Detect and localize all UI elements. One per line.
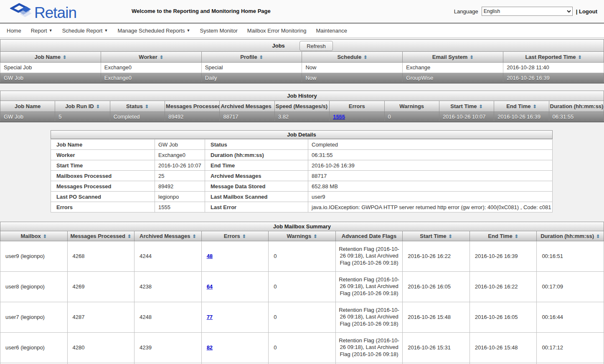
nav-schedule-report[interactable]: Schedule Report▼ xyxy=(62,28,108,34)
details-row: Worker Exchange0 Duration (hh:mm:ss) 06:… xyxy=(51,150,553,160)
details-row: Last PO Scanned legionpo Last Mailbox Sc… xyxy=(51,192,553,202)
cell-job-name: GW Job xyxy=(0,111,55,122)
cell-schedule: Now xyxy=(302,62,403,73)
summary-col-warnings[interactable]: Warnings⇕ xyxy=(269,231,336,241)
cell-errors: 1555 xyxy=(330,111,384,122)
detail-label: Job Name xyxy=(51,139,155,150)
cell-worker: Exchange0 xyxy=(101,62,201,73)
retain-logo[interactable]: Retain xyxy=(10,3,76,23)
details-row: Mailboxes Processed 25 Archived Messages… xyxy=(51,171,553,181)
errors-count-link[interactable]: 77 xyxy=(207,314,213,320)
errors-count-link[interactable]: 1555 xyxy=(333,114,345,120)
summary-col-mailbox[interactable]: Mailbox⇕ xyxy=(0,231,68,241)
cell-messages: 89492 xyxy=(165,111,220,122)
history-col-start-time[interactable]: Start Time⇕ xyxy=(439,101,494,111)
cell-archived: 4248 xyxy=(135,302,202,332)
jobs-col-email-system[interactable]: Email System⇕ xyxy=(403,52,503,62)
cell-end-time: 2016-10-26 16:22 xyxy=(469,271,537,302)
sort-icon: ⇕ xyxy=(596,234,600,239)
errors-count-link[interactable]: 82 xyxy=(207,344,213,351)
jobs-col-worker[interactable]: Worker⇕ xyxy=(101,52,201,62)
cell-warnings: 0 xyxy=(384,111,439,122)
jobs-panel: Jobs Refresh Job Name⇕ Worker⇕ Profile⇕ … xyxy=(0,39,604,83)
cell-advanced-date-flags: Retention Flag (2016-10-26 09:18), Last … xyxy=(335,332,403,363)
history-col-speed[interactable]: Speed (Messages/s)⇕ xyxy=(274,101,329,111)
cell-mailbox: user8 (legionpo) xyxy=(0,271,68,302)
cell-mailbox: user7 (legionpo) xyxy=(0,302,68,332)
nav-system-monitor[interactable]: System Monitor xyxy=(200,28,238,34)
detail-label: Worker xyxy=(51,150,155,160)
history-row-gw-job[interactable]: GW Job 5 Completed 89492 88717 3.82 1555… xyxy=(0,111,604,122)
summary-row-user8: user8 (legionpo) 4269 4238 64 0 Retentio… xyxy=(0,271,604,302)
nav-report[interactable]: Report▼ xyxy=(31,28,53,34)
cell-mailbox: user6 (legionpo) xyxy=(0,332,68,363)
jobs-col-schedule[interactable]: Schedule⇕ xyxy=(302,52,403,62)
summary-col-messages-processed[interactable]: Messages Processed⇕ xyxy=(67,231,135,241)
language-select[interactable]: English xyxy=(482,7,573,16)
sort-icon: ⇕ xyxy=(479,104,483,109)
job-history-table: Job Name Job Run ID⇕ Status⇕ Messages Pr… xyxy=(0,101,604,122)
summary-col-start-time[interactable]: Start Time⇕ xyxy=(403,231,470,241)
refresh-button[interactable]: Refresh xyxy=(299,41,333,51)
nav-home[interactable]: Home xyxy=(7,28,21,34)
nav-manage-scheduled-reports[interactable]: Manage Scheduled Reports▼ xyxy=(117,28,190,34)
chevron-down-icon: ▼ xyxy=(49,28,53,33)
detail-label: Message Data Stored xyxy=(205,181,308,192)
history-col-archived-messages[interactable]: Archived Messages⇕ xyxy=(220,101,274,111)
summary-row-user9: user9 (legionpo) 4268 4244 48 0 Retentio… xyxy=(0,241,604,271)
detail-value: 06:31:55 xyxy=(308,150,553,160)
history-col-status[interactable]: Status⇕ xyxy=(110,101,165,111)
nav-maintenance[interactable]: Maintenance xyxy=(316,28,347,34)
top-header: Retain Welcome to the Reporting and Moni… xyxy=(0,0,604,24)
sort-icon: ⇕ xyxy=(515,234,518,239)
summary-col-duration[interactable]: Duration (hh:mm:ss)⇕ xyxy=(537,231,604,241)
jobs-col-profile[interactable]: Profile⇕ xyxy=(201,52,302,62)
jobs-col-last-reported-time[interactable]: Last Reported Time⇕ xyxy=(503,52,604,62)
sort-icon: ⇕ xyxy=(578,55,582,60)
cell-messages: 4268 xyxy=(67,241,135,271)
job-row-gw-job[interactable]: GW Job Exchange0 Daily Now GroupWise 201… xyxy=(0,73,604,83)
details-row: Messages Processed 89492 Message Data St… xyxy=(51,181,553,192)
detail-value: 25 xyxy=(155,171,205,181)
sort-icon: ⇕ xyxy=(145,104,149,109)
summary-col-end-time[interactable]: End Time⇕ xyxy=(469,231,537,241)
summary-col-errors[interactable]: Errors⇕ xyxy=(201,231,269,241)
history-col-job-name: Job Name xyxy=(0,101,55,111)
language-label: Language xyxy=(454,8,478,15)
detail-label: Mailboxes Processed xyxy=(51,171,155,181)
job-row-special-job[interactable]: Special Job Exchange0 Special Now Exchan… xyxy=(0,62,604,73)
detail-label: Start Time xyxy=(51,160,155,171)
errors-count-link[interactable]: 48 xyxy=(207,253,213,259)
cell-duration: 00:16:44 xyxy=(537,302,604,332)
cell-status: Completed xyxy=(110,111,165,122)
cell-start-time: 2016-10-26 16:05 xyxy=(403,271,470,302)
summary-col-archived-messages[interactable]: Archived Messages⇕ xyxy=(135,231,202,241)
language-area: Language English | Logout xyxy=(454,7,597,16)
sort-icon: ⇕ xyxy=(533,104,536,109)
errors-count-link[interactable]: 64 xyxy=(207,283,213,290)
cell-duration: 06:31:55 xyxy=(549,111,604,122)
history-col-end-time[interactable]: End Time⇕ xyxy=(494,101,549,111)
cell-messages: 4287 xyxy=(67,302,135,332)
logout-link[interactable]: | Logout xyxy=(576,8,597,15)
cell-warnings: 0 xyxy=(269,332,336,363)
history-col-duration[interactable]: Duration (hh:mm:ss)⇕ xyxy=(549,101,604,111)
cell-errors: 82 xyxy=(201,332,269,363)
job-details-panel: Job Details Job Name GW Job Status Compl… xyxy=(51,130,553,212)
cell-schedule: Now xyxy=(302,73,403,83)
nav-mailbox-error-monitoring[interactable]: Mailbox Error Monitoring xyxy=(247,28,307,34)
detail-value: Exchange0 xyxy=(155,150,205,160)
jobs-col-job-name[interactable]: Job Name⇕ xyxy=(0,52,101,62)
welcome-message: Welcome to the Reporting and Monitoring … xyxy=(132,8,271,14)
cell-errors: 77 xyxy=(201,302,269,332)
job-details-title: Job Details xyxy=(287,131,316,138)
history-col-job-run-id[interactable]: Job Run ID⇕ xyxy=(55,101,110,111)
sort-icon: ⇕ xyxy=(96,104,100,109)
history-col-messages-processed[interactable]: Messages Processed⇕ xyxy=(165,101,220,111)
cell-advanced-date-flags: Retention Flag (2016-10-26 09:18), Last … xyxy=(335,241,403,271)
chevron-down-icon: ▼ xyxy=(187,28,190,33)
cell-duration: 00:17:09 xyxy=(537,271,604,302)
brand-name: Retain xyxy=(34,5,76,20)
cell-end-time: 2016-10-26 16:39 xyxy=(494,111,549,122)
cell-archived: 4239 xyxy=(135,332,202,363)
